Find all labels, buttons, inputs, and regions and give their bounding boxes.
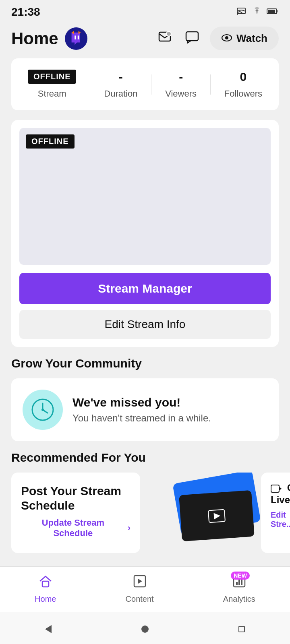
- followers-value: 0: [240, 70, 247, 84]
- home-circle-icon: [141, 625, 149, 633]
- rec-image-area: [148, 473, 253, 553]
- duration-value: -: [119, 70, 123, 84]
- rec-card-golive: Go Live Edit Stre...: [261, 473, 290, 553]
- svg-rect-10: [186, 32, 198, 41]
- community-message: We've missed you! You haven't streamed i…: [72, 396, 211, 424]
- content-nav-label: Content: [126, 594, 154, 604]
- watch-label: Watch: [236, 32, 267, 45]
- edit-stream-button[interactable]: Edit Stream Info: [19, 310, 271, 339]
- battery-icon: [267, 8, 279, 17]
- viewers-value: -: [179, 70, 183, 84]
- inbox-button[interactable]: [155, 27, 174, 50]
- stream-status: OFFLINE Stream: [28, 70, 77, 99]
- new-badge: NEW: [231, 572, 250, 580]
- recommended-cards: Post Your Stream Schedule Update Stream …: [0, 473, 290, 553]
- preview-card: OFFLINE Stream Manager Edit Stream Info: [11, 120, 279, 347]
- analytics-nav-label: Analytics: [223, 594, 255, 604]
- svg-rect-3: [268, 10, 275, 13]
- content-icon: [133, 574, 147, 592]
- followers-label: Followers: [224, 89, 262, 99]
- community-subtext: You haven't streamed in a while.: [72, 413, 211, 424]
- stream-label: Stream: [38, 89, 66, 99]
- svg-marker-20: [280, 487, 282, 490]
- stats-card: OFFLINE Stream - Duration - Viewers 0 Fo…: [11, 58, 279, 110]
- rec-card-schedule-title: Post Your Stream Schedule: [21, 484, 130, 513]
- community-card: We've missed you! You haven't streamed i…: [11, 378, 279, 441]
- home-nav-label: Home: [35, 594, 56, 604]
- divider-1: [90, 74, 90, 95]
- android-home-button[interactable]: [136, 620, 154, 638]
- update-schedule-button[interactable]: Update Stream Schedule ›: [21, 518, 130, 539]
- header-actions: Watch: [155, 27, 279, 50]
- svg-point-12: [225, 36, 228, 39]
- android-back-button[interactable]: [39, 620, 57, 638]
- back-arrow-icon: [45, 625, 52, 633]
- svg-rect-9: [166, 31, 171, 36]
- dark-card-decoration: [179, 490, 255, 541]
- clock-icon-circle: [23, 390, 63, 430]
- rec-card-schedule: Post Your Stream Schedule Update Stream …: [11, 473, 140, 553]
- status-icons: [237, 6, 279, 18]
- eye-icon: [221, 32, 232, 45]
- duration-label: Duration: [104, 89, 137, 99]
- viewers-label: Viewers: [165, 89, 197, 99]
- duration-stat: - Duration: [104, 70, 137, 99]
- recommended-title: Recommended For You: [11, 451, 279, 464]
- recommended-section: Recommended For You Post Your Stream Sch…: [0, 451, 290, 553]
- svg-marker-18: [213, 512, 220, 519]
- divider-3: [210, 74, 211, 95]
- preview-offline-badge: OFFLINE: [26, 134, 75, 149]
- watch-button[interactable]: Watch: [210, 27, 279, 50]
- svg-rect-6: [78, 35, 79, 39]
- update-schedule-label: Update Stream Schedule: [21, 518, 125, 539]
- home-icon: [38, 574, 53, 592]
- nav-content[interactable]: Content: [126, 574, 154, 604]
- divider-2: [151, 74, 151, 95]
- edit-stream-partial: Edit Stre...: [271, 510, 290, 529]
- svg-rect-5: [75, 35, 76, 39]
- wifi-icon: [251, 7, 263, 17]
- svg-point-16: [41, 409, 44, 411]
- svg-rect-19: [271, 485, 279, 492]
- android-recents-button[interactable]: [233, 620, 251, 638]
- recents-square-icon: [238, 626, 245, 632]
- nav-analytics[interactable]: NEW Analytics: [223, 574, 255, 604]
- viewers-stat: - Viewers: [165, 70, 197, 99]
- analytics-icon: NEW: [232, 574, 246, 592]
- status-bar: 21:38: [0, 0, 290, 23]
- twitch-logo: [65, 27, 87, 50]
- page-title: Home: [11, 29, 58, 48]
- offline-badge: OFFLINE: [28, 70, 77, 84]
- cast-icon: [237, 6, 247, 18]
- android-nav: [0, 612, 290, 644]
- header: Home: [0, 23, 290, 58]
- svg-rect-26: [238, 580, 240, 585]
- chevron-right-icon: ›: [128, 523, 130, 533]
- svg-rect-21: [42, 581, 49, 587]
- header-left: Home: [11, 27, 87, 50]
- svg-rect-25: [236, 582, 238, 585]
- followers-stat: 0 Followers: [224, 70, 262, 99]
- stream-preview: OFFLINE: [19, 128, 271, 265]
- community-heading: We've missed you!: [72, 396, 211, 409]
- grow-community-title: Grow Your Community: [11, 357, 279, 370]
- stream-manager-button[interactable]: Stream Manager: [19, 273, 271, 304]
- bottom-nav: Home Content NEW Analytics: [0, 566, 290, 612]
- go-live-label: Go Live: [271, 482, 290, 506]
- chat-button[interactable]: [182, 27, 202, 50]
- nav-home[interactable]: Home: [35, 574, 56, 604]
- svg-marker-23: [138, 579, 142, 584]
- status-time: 21:38: [11, 6, 40, 19]
